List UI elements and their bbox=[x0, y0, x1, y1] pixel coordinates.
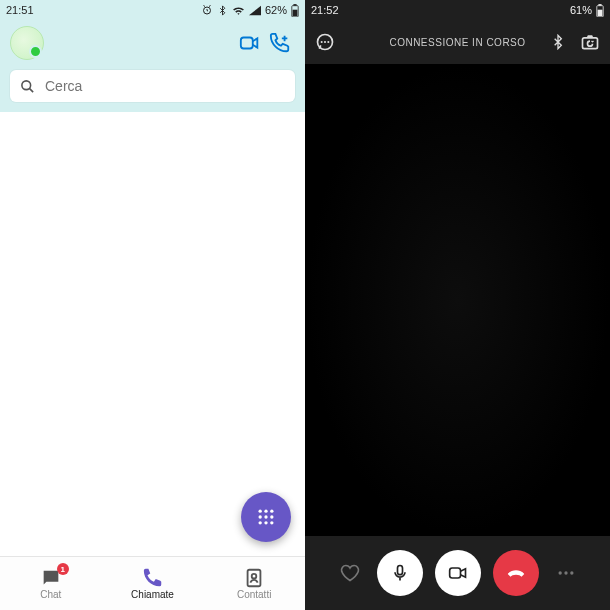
nav-calls-label: Chiamate bbox=[131, 589, 174, 600]
chat-badge: 1 bbox=[57, 563, 69, 575]
svg-point-14 bbox=[270, 521, 273, 524]
more-options-icon[interactable] bbox=[551, 563, 581, 583]
status-bar: 21:52 61% bbox=[305, 0, 610, 20]
bottom-nav: 1 Chat Chiamate Contatti bbox=[0, 556, 305, 610]
svg-point-11 bbox=[270, 515, 273, 518]
signal-icon bbox=[249, 5, 261, 16]
svg-rect-3 bbox=[293, 9, 298, 15]
svg-rect-22 bbox=[397, 566, 402, 575]
search-icon bbox=[20, 79, 35, 94]
svg-rect-19 bbox=[598, 9, 603, 15]
status-bar: 21:51 62% bbox=[0, 0, 305, 20]
end-call-button[interactable] bbox=[493, 550, 539, 596]
call-in-progress-screen: 21:52 61% CONNESSIONE IN CORSO bbox=[305, 0, 610, 610]
svg-point-24 bbox=[558, 571, 561, 574]
nav-calls[interactable]: Chiamate bbox=[102, 557, 204, 610]
bluetooth-icon bbox=[217, 5, 228, 16]
clock: 21:52 bbox=[311, 4, 339, 16]
camera-switch-icon[interactable] bbox=[580, 32, 600, 52]
search-box[interactable] bbox=[10, 70, 295, 102]
nav-contacts-label: Contatti bbox=[237, 589, 271, 600]
dialpad-button[interactable] bbox=[241, 492, 291, 542]
battery-text: 61% bbox=[570, 4, 592, 16]
contacts-icon bbox=[243, 567, 265, 589]
mute-mic-button[interactable] bbox=[377, 550, 423, 596]
video-feed[interactable] bbox=[305, 64, 610, 536]
battery-icon bbox=[596, 4, 604, 17]
call-status-text: CONNESSIONE IN CORSO bbox=[389, 37, 525, 48]
svg-point-25 bbox=[564, 571, 567, 574]
svg-point-16 bbox=[252, 574, 257, 579]
calls-list-screen: 21:51 62% bbox=[0, 0, 305, 610]
call-list-empty bbox=[0, 112, 305, 556]
chat-icon[interactable] bbox=[315, 32, 335, 52]
chat-icon: 1 bbox=[40, 567, 62, 589]
nav-chat[interactable]: 1 Chat bbox=[0, 557, 102, 610]
svg-point-13 bbox=[264, 521, 267, 524]
phone-icon bbox=[142, 567, 164, 589]
svg-rect-23 bbox=[449, 568, 460, 578]
svg-point-12 bbox=[259, 521, 262, 524]
app-header bbox=[0, 20, 305, 66]
svg-point-8 bbox=[270, 510, 273, 513]
svg-point-5 bbox=[22, 80, 31, 89]
clock: 21:51 bbox=[6, 4, 34, 16]
wifi-icon bbox=[232, 5, 245, 16]
svg-point-26 bbox=[570, 571, 573, 574]
battery-text: 62% bbox=[265, 4, 287, 16]
video-call-icon[interactable] bbox=[235, 28, 265, 58]
battery-icon bbox=[291, 4, 299, 17]
svg-rect-21 bbox=[583, 38, 598, 49]
call-header: CONNESSIONE IN CORSO bbox=[305, 20, 610, 64]
search-area bbox=[0, 66, 305, 112]
avatar[interactable] bbox=[10, 26, 44, 60]
svg-point-6 bbox=[259, 510, 262, 513]
nav-chat-label: Chat bbox=[40, 589, 61, 600]
favorite-icon[interactable] bbox=[335, 563, 365, 583]
call-controls bbox=[305, 536, 610, 610]
new-call-icon[interactable] bbox=[265, 28, 295, 58]
alarm-icon bbox=[201, 4, 213, 16]
bluetooth-icon[interactable] bbox=[550, 34, 566, 50]
svg-point-7 bbox=[264, 510, 267, 513]
toggle-video-button[interactable] bbox=[435, 550, 481, 596]
nav-contacts[interactable]: Contatti bbox=[203, 557, 305, 610]
svg-rect-4 bbox=[241, 38, 253, 49]
svg-point-9 bbox=[259, 515, 262, 518]
search-input[interactable] bbox=[45, 78, 285, 94]
svg-point-10 bbox=[264, 515, 267, 518]
